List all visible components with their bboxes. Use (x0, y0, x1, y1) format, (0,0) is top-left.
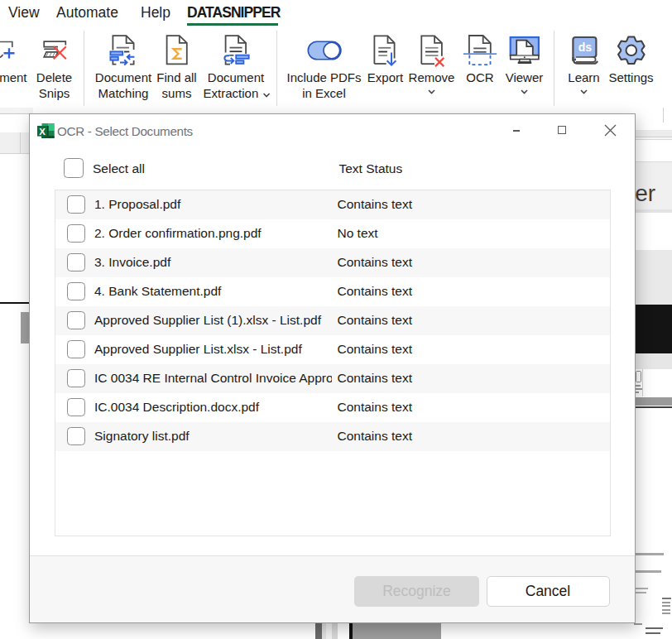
svg-text:X: X (39, 127, 46, 137)
svg-text:ds: ds (578, 41, 593, 54)
